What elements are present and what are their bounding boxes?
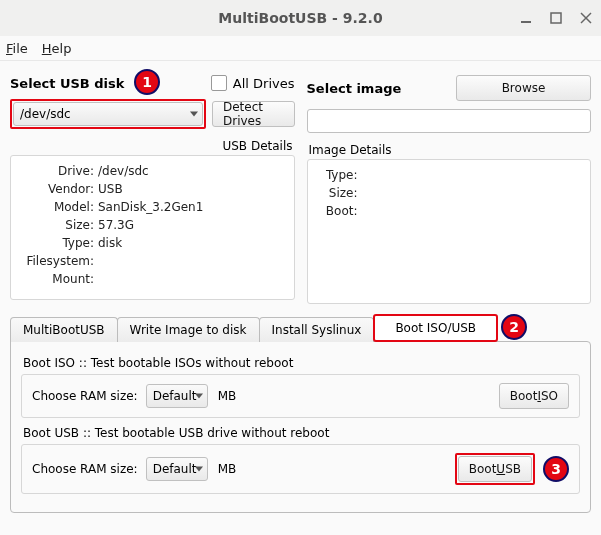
maximize-icon[interactable] — [541, 0, 571, 36]
menubar: File Help — [0, 36, 601, 61]
minimize-icon[interactable] — [511, 0, 541, 36]
image-path-input[interactable] — [307, 109, 592, 133]
boot-iso-title: Boot ISO :: Test bootable ISOs without r… — [23, 356, 580, 370]
window: MultiBootUSB - 9.2.0 File Help Select US… — [0, 0, 601, 535]
usb-details-box: Drive:/dev/sdc Vendor:USB Model:SanDisk_… — [10, 155, 295, 300]
menu-help[interactable]: Help — [42, 41, 72, 56]
tab-multibootusb[interactable]: MultiBootUSB — [10, 317, 118, 342]
all-drives-label: All Drives — [233, 76, 295, 91]
image-details-label: Image Details — [309, 143, 592, 157]
detect-drives-button[interactable]: Detect Drives — [212, 101, 295, 127]
window-title: MultiBootUSB - 9.2.0 — [218, 10, 382, 26]
image-details-box: Type: Size: Boot: — [307, 159, 592, 304]
img-detail-size — [362, 186, 583, 200]
detail-size: 57.3G — [98, 218, 286, 232]
browse-button[interactable]: Browse — [456, 75, 591, 101]
boot-usb-highlight: Boot USB — [455, 453, 535, 485]
detail-type: disk — [98, 236, 286, 250]
titlebar: MultiBootUSB - 9.2.0 — [0, 0, 601, 36]
detail-filesystem — [98, 254, 286, 268]
boot-usb-button[interactable]: Boot USB — [458, 456, 532, 482]
detail-drive: /dev/sdc — [98, 164, 286, 178]
tab-install-syslinux[interactable]: Install Syslinux — [259, 317, 375, 342]
img-detail-boot — [362, 204, 583, 218]
badge-3: 3 — [543, 456, 569, 482]
detail-mount — [98, 272, 286, 286]
badge-2: 2 — [501, 314, 527, 340]
tab-write-image[interactable]: Write Image to disk — [117, 317, 260, 342]
chevron-down-icon — [195, 394, 203, 399]
boot-usb-title: Boot USB :: Test bootable USB drive with… — [23, 426, 580, 440]
all-drives-checkbox[interactable] — [211, 75, 227, 91]
mb-label-usb: MB — [218, 462, 237, 476]
detail-model: SanDisk_3.2Gen1 — [98, 200, 286, 214]
svg-rect-1 — [551, 13, 561, 23]
select-image-label: Select image — [307, 81, 402, 96]
ram-label-usb: Choose RAM size: — [32, 462, 138, 476]
boot-iso-group: Choose RAM size: Default MB Boot ISO — [21, 374, 580, 418]
tab-bar: MultiBootUSB Write Image to disk Install… — [10, 314, 591, 342]
mb-label-iso: MB — [218, 389, 237, 403]
close-icon[interactable] — [571, 0, 601, 36]
window-buttons — [511, 0, 601, 36]
ram-combo-usb[interactable]: Default — [146, 457, 208, 481]
select-usb-label: Select USB disk — [10, 76, 124, 91]
tab-content: Boot ISO :: Test bootable ISOs without r… — [10, 341, 591, 513]
usb-disk-combo[interactable]: /dev/sdc — [13, 102, 203, 126]
usb-details-label: USB Details — [10, 139, 293, 153]
boot-usb-group: Choose RAM size: Default MB Boot USB 3 — [21, 444, 580, 494]
ram-label-iso: Choose RAM size: — [32, 389, 138, 403]
chevron-down-icon — [190, 112, 198, 117]
badge-1: 1 — [134, 69, 160, 95]
ram-combo-iso[interactable]: Default — [146, 384, 208, 408]
chevron-down-icon — [195, 467, 203, 472]
img-detail-type — [362, 168, 583, 182]
usb-disk-value: /dev/sdc — [20, 107, 71, 121]
content: Select USB disk All Drives /dev/sdc — [0, 61, 601, 523]
menu-file[interactable]: File — [6, 41, 28, 56]
detail-vendor: USB — [98, 182, 286, 196]
tab-boot-iso-usb[interactable]: Boot ISO/USB — [373, 314, 498, 342]
boot-iso-button[interactable]: Boot ISO — [499, 383, 569, 409]
usb-combo-highlight: /dev/sdc — [10, 99, 206, 129]
